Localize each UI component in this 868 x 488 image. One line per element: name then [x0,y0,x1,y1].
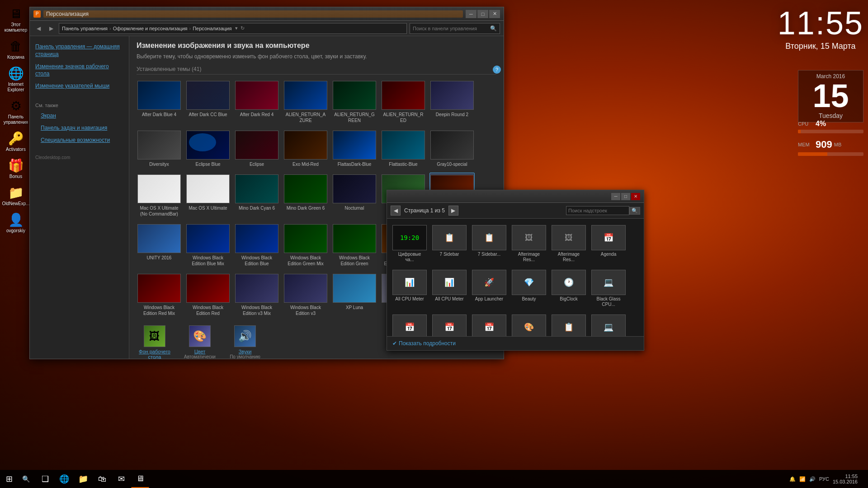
desktop-icon-ovgorskiy[interactable]: 👤 ovgorskiy [2,211,29,235]
widget-item-all-cpu-meter[interactable]: 📊 All CPU Meter [392,268,428,309]
desktop-icon-ie[interactable]: 🌐 Internet Explorer [2,64,29,94]
sidebar-link-screen[interactable]: Экран [35,110,123,122]
widget-item-calendar2[interactable]: 📅 Calendar [431,313,467,336]
theme-item-gray10[interactable]: Gray10-special [429,129,475,169]
taskbar-search-button[interactable]: 🔍 [18,470,34,488]
taskbar-icon-edge[interactable]: 🌐 [55,470,73,488]
breadcrumb-appearance[interactable]: Оформление и персонализация [113,26,188,31]
theme-item-nocturnal[interactable]: Nocturnal [332,173,377,219]
desktop-icon-oldnewexp[interactable]: 📁 OldNewExp... [2,183,29,208]
theme-item-wbe-red[interactable]: Windows Black Edition Red [185,272,231,318]
action-sounds[interactable]: 🔊 Звуки По умолчанию [227,325,263,359]
popup-close-button[interactable]: ✕ [631,193,640,200]
close-button[interactable]: ✕ [489,10,500,18]
popup-search-button[interactable]: 🔍 [629,207,640,215]
widget-item-digital-clock[interactable]: 19:20 Цифровые ча... [392,223,428,264]
popup-maximize-button[interactable]: □ [621,193,630,200]
start-button[interactable]: ⊞ [0,470,18,488]
theme-item-exo-red[interactable]: Exo Mid-Red [283,129,328,169]
taskbar-icon-store[interactable]: 🛍 [93,470,111,488]
popup-prev-button[interactable]: ◀ [391,206,401,216]
theme-item-wbe-v3-mix[interactable]: Windows Black Edition v3 Mix [234,272,279,318]
desktop-icon-recycle[interactable]: 🗑 Корзина [2,37,29,62]
theme-item-eclipse-blue[interactable]: Eclipse Blue [185,129,231,169]
widget-item-chameleon-we[interactable]: 🎨 Chameleon We... [511,313,547,336]
theme-item-unity[interactable]: UNITY 2016 [137,222,182,268]
popup-next-button[interactable]: ▶ [448,206,458,216]
taskbar-icon-task-view[interactable]: ❑ [36,470,54,488]
widget-item-afterimage-res2[interactable]: 🖼 Afterimage Res... [551,223,587,264]
theme-item-flattastic[interactable]: Flattastic-Blue [381,129,426,169]
theme-item-macosx-nc[interactable]: Mac OS X Ultimate (No CommandBar) [137,173,182,219]
theme-item-alien-red[interactable]: ALIEN_RETURN_RED [381,79,426,125]
popup-search-input[interactable] [566,206,629,215]
theme-item-afterdark-red[interactable]: After Dark Red 4 [234,79,279,125]
theme-item-alien-green[interactable]: ALIEN_RETURN_GREEN [332,79,377,125]
desktop-icon-bonus[interactable]: 🎁 Bonus [2,156,29,181]
widget-item-afterimage-res[interactable]: 🖼 Afterimage Res... [511,223,547,264]
help-button[interactable]: ? [493,66,501,74]
widget-item-agenda[interactable]: 📅 Agenda [590,223,627,264]
minimize-button[interactable]: ─ [466,10,476,18]
taskbar-clock: 11:55 15.03.2016 [833,474,858,484]
widget-item-all-cpu-meter2[interactable]: 📊 All CPU Meter [431,268,467,309]
desktop-icon-control-panel[interactable]: ⚙ Панель управления [2,97,29,127]
breadcrumb-personalization[interactable]: Персонализация [193,26,231,31]
theme-item-xp-luna[interactable]: XP Luna [332,272,377,318]
widget-item-7sidebar2[interactable]: 📋 7 Sidebar... [471,223,507,264]
taskbar-icon-personalization[interactable]: 🖥 [131,470,149,488]
theme-item-wbe-green[interactable]: Windows Black Edition Green [332,222,377,268]
theme-item-mino-green[interactable]: Mino Dark Green 6 [283,173,328,219]
theme-item-afterdark-blue[interactable]: After Dark Blue 4 [137,79,182,125]
theme-label-nocturnal: Nocturnal [345,205,364,211]
widget-item-7sidebar[interactable]: 📋 7 Sidebar [431,223,467,264]
theme-label-unity: UNITY 2016 [147,255,172,261]
forward-button[interactable]: ▶ [46,23,56,33]
theme-item-wbe-green-mix[interactable]: Windows Black Edition Green Mix [283,222,328,268]
refresh-button[interactable]: ↻ [241,25,245,31]
desktop-icon-activators[interactable]: 🔑 Activators [2,129,29,154]
widget-item-calendar1[interactable]: 📅 Calendar [392,313,428,336]
widget-item-black-glass-cpu[interactable]: 💻 Black Glass CPU... [590,268,627,309]
breadcrumb-dropdown[interactable]: ▾ [235,25,238,31]
taskbar-icon-mail[interactable]: ✉ [112,470,130,488]
desktop-icon-computer[interactable]: 🖥 Этот компьютер [2,5,29,35]
taskbar-icon-explorer[interactable]: 📁 [74,470,92,488]
theme-item-wbe-v3[interactable]: Windows Black Edition v3 [283,272,328,318]
sidebar-link-icons[interactable]: Изменение значков рабочего стола [30,61,129,80]
theme-item-mino-cyan[interactable]: Mino Dark Cyan 6 [234,173,279,219]
theme-item-eclipse[interactable]: Eclipse [234,129,279,169]
theme-item-macosx[interactable]: Mac OS X Ultimate [185,173,231,219]
action-wallpaper[interactable]: 🖼 Фон рабочего стола 1 [137,325,173,359]
widget-item-bigclock[interactable]: 🕐 BigClock [551,268,587,309]
popup-titlebar: ─ □ ✕ [387,190,644,203]
back-button[interactable]: ◀ [33,23,43,33]
widget-item-app-launcher[interactable]: 🚀 App Launcher [471,268,507,309]
theme-item-diversityx[interactable]: Diversityx [137,129,182,169]
widget-item-calendar3[interactable]: 📅 Calendar [471,313,507,336]
theme-item-wbe-blue-mix[interactable]: Windows Black Edition Blue Mix [185,222,231,268]
theme-item-afterdark-cc[interactable]: After Dark CC Blue [185,79,231,125]
theme-preview-afterdark-blue [137,81,181,110]
theme-item-flattas-blue[interactable]: FlattasDark-Blue [332,129,377,169]
sidebar-link-home[interactable]: Панель управления — домашняя страница [30,41,129,61]
show-details-button[interactable]: ✔ Показать подробности [392,340,456,347]
sidebar-link-mouse[interactable]: Изменение указателей мыши [30,80,129,92]
action-color[interactable]: 🎨 Цвет Автоматически [182,325,218,359]
maximize-button[interactable]: □ [477,10,488,18]
widget-item-computer-dtu2[interactable]: 💻 Computer dtu2 [590,313,627,336]
sidebar-link-accessibility[interactable]: Специальные возможности [35,134,123,146]
sidebar-link-taskbar[interactable]: Панель задач и навигация [35,122,123,134]
theme-preview-diversityx [137,131,181,160]
theme-item-wbe-red-mix[interactable]: Windows Black Edition Red Mix [137,272,182,318]
search-input[interactable] [413,26,488,31]
breadcrumb-control-panel[interactable]: Панель управления [62,26,108,31]
taskbar-notifications-icon[interactable]: 🔔 [789,476,796,482]
widget-item-beauty[interactable]: 💎 Beauty [511,268,547,309]
popup-minimize-button[interactable]: ─ [611,193,620,200]
theme-item-deepin[interactable]: Deepin Round 2 [429,79,475,125]
theme-item-alien-azure[interactable]: ALIEN_RETURN_AZURE [283,79,328,125]
theme-item-wbe-blue[interactable]: Windows Black Edition Blue [234,222,279,268]
address-bar: ◀ ▶ Панель управления › Оформление и пер… [30,21,504,36]
widget-item-capboarder[interactable]: 📋 Capboarder [551,313,587,336]
